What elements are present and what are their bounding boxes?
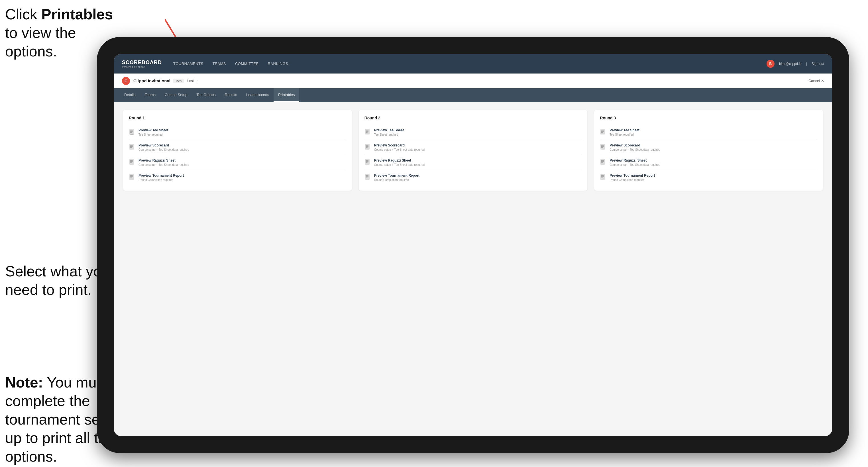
tournament-bar: C Clippd Invitational Men Hosting Cancel… <box>114 73 832 88</box>
round-2-tee-sheet[interactable]: Preview Tee Sheet Tee Sheet required <box>365 125 582 140</box>
tournament-status: Hosting <box>187 79 198 83</box>
raguzzi-icon <box>129 159 135 166</box>
round-2-raguzzi[interactable]: Preview Raguzzi Sheet Course setup + Tee… <box>365 155 582 170</box>
top-nav: SCOREBOARD Powered by clippd TOURNAMENTS… <box>114 54 832 73</box>
svg-rect-37 <box>601 130 604 130</box>
round-2-scorecard[interactable]: Preview Scorecard Course setup + Tee She… <box>365 140 582 155</box>
tab-printables[interactable]: Printables <box>274 88 299 102</box>
round-1-raguzzi[interactable]: Preview Raguzzi Sheet Course setup + Tee… <box>129 155 346 170</box>
round-3-tee-sheet[interactable]: Preview Tee Sheet Tee Sheet required <box>600 125 817 140</box>
svg-rect-39 <box>601 132 603 133</box>
round-3-section: Round 3 Preview Tee Sheet <box>594 110 823 191</box>
svg-rect-18 <box>130 176 133 177</box>
report-icon <box>129 174 135 182</box>
nav-teams[interactable]: TEAMS <box>213 60 226 67</box>
tournament-badge: Men <box>173 79 184 83</box>
svg-rect-9 <box>130 145 133 146</box>
tab-leaderboards[interactable]: Leaderboards <box>242 88 274 102</box>
svg-rect-51 <box>601 178 603 178</box>
tee-sheet-icon <box>129 129 135 136</box>
svg-rect-22 <box>366 131 368 132</box>
r2-report-icon <box>365 174 371 182</box>
round-3-title: Round 3 <box>600 116 817 120</box>
round-3-scorecard[interactable]: Preview Scorecard Course setup + Tee She… <box>600 140 817 155</box>
tab-details[interactable]: Details <box>120 88 140 102</box>
top-nav-links: TOURNAMENTS TEAMS COMMITTEE RANKINGS <box>173 60 767 67</box>
scoreboard-logo: SCOREBOARD Powered by clippd <box>122 60 162 68</box>
round-1-scorecard-content: Preview Scorecard Course setup + Tee She… <box>138 143 346 151</box>
round-3-scorecard-title: Preview Scorecard <box>610 143 817 147</box>
round-3-tournament-report[interactable]: Preview Tournament Report Round Completi… <box>600 170 817 185</box>
scorecard-icon <box>129 144 135 151</box>
svg-rect-15 <box>130 162 132 163</box>
svg-rect-21 <box>366 130 368 130</box>
svg-rect-35 <box>366 178 368 178</box>
round-1-raguzzi-content: Preview Raguzzi Sheet Course setup + Tee… <box>138 158 346 166</box>
round-2-tee-sheet-subtitle: Tee Sheet required <box>374 133 582 136</box>
r3-raguzzi-icon <box>600 159 606 166</box>
round-3-raguzzi-title: Preview Raguzzi Sheet <box>610 158 817 162</box>
tab-results[interactable]: Results <box>220 88 242 102</box>
logo-subtitle: Powered by clippd <box>122 65 162 68</box>
round-2-report-subtitle: Round Completion required <box>374 178 582 182</box>
tournament-name: Clippd Invitational <box>133 79 170 83</box>
r2-scorecard-icon <box>365 144 371 151</box>
tablet-device: SCOREBOARD Powered by clippd TOURNAMENTS… <box>97 37 849 453</box>
round-2-raguzzi-title: Preview Raguzzi Sheet <box>374 158 582 162</box>
round-3-scorecard-content: Preview Scorecard Course setup + Tee She… <box>610 143 817 151</box>
round-3-raguzzi[interactable]: Preview Raguzzi Sheet Course setup + Tee… <box>600 155 817 170</box>
nav-committee[interactable]: COMMITTEE <box>235 60 259 67</box>
round-1-report-subtitle: Round Completion required <box>138 178 346 182</box>
round-3-report-content: Preview Tournament Report Round Completi… <box>610 174 817 182</box>
round-3-raguzzi-subtitle: Course setup + Tee Sheet data required <box>610 163 817 166</box>
tournament-icon: C <box>122 77 130 85</box>
svg-rect-17 <box>130 175 133 176</box>
round-2-tournament-report[interactable]: Preview Tournament Report Round Completi… <box>365 170 582 185</box>
round-1-tee-sheet[interactable]: Preview Tee Sheet Tee Sheet required <box>129 125 346 140</box>
round-1-section: Round 1 Preview Tee S <box>123 110 352 191</box>
nav-tournaments[interactable]: TOURNAMENTS <box>173 60 204 67</box>
tab-course-setup[interactable]: Course Setup <box>160 88 192 102</box>
svg-rect-19 <box>130 178 132 178</box>
r3-report-icon <box>600 174 606 182</box>
svg-rect-6 <box>130 131 133 132</box>
svg-rect-31 <box>366 162 368 163</box>
sign-out-link[interactable]: Sign out <box>812 62 824 66</box>
svg-rect-13 <box>130 160 133 161</box>
tab-tee-groups[interactable]: Tee Groups <box>192 88 220 102</box>
round-1-report-title: Preview Tournament Report <box>138 174 346 178</box>
tab-bar: Details Teams Course Setup Tee Groups Re… <box>114 88 832 102</box>
round-1-title: Round 1 <box>129 116 346 120</box>
svg-rect-7 <box>130 132 132 133</box>
round-2-title: Round 2 <box>365 116 582 120</box>
round-1-report-content: Preview Tournament Report Round Completi… <box>138 174 346 182</box>
svg-rect-42 <box>601 146 604 147</box>
r2-tee-sheet-icon <box>365 129 371 136</box>
round-1-tee-sheet-title: Preview Tee Sheet <box>138 128 346 132</box>
round-1-tee-sheet-content: Preview Tee Sheet Tee Sheet required <box>138 128 346 136</box>
round-3-scorecard-subtitle: Course setup + Tee Sheet data required <box>610 148 817 151</box>
round-2-raguzzi-content: Preview Raguzzi Sheet Course setup + Tee… <box>374 158 582 166</box>
logo-title: SCOREBOARD <box>122 60 162 65</box>
round-2-scorecard-content: Preview Scorecard Course setup + Tee She… <box>374 143 582 151</box>
svg-rect-41 <box>601 145 604 146</box>
round-1-tournament-report[interactable]: Preview Tournament Report Round Completi… <box>129 170 346 185</box>
round-1-scorecard-subtitle: Course setup + Tee Sheet data required <box>138 148 346 151</box>
round-2-report-content: Preview Tournament Report Round Completi… <box>374 174 582 182</box>
round-3-tee-sheet-subtitle: Tee Sheet required <box>610 133 817 136</box>
round-2-scorecard-subtitle: Course setup + Tee Sheet data required <box>374 148 582 151</box>
svg-rect-34 <box>366 176 368 177</box>
svg-rect-5 <box>130 130 133 130</box>
cancel-button[interactable]: Cancel ✕ <box>808 79 824 83</box>
round-1-scorecard[interactable]: Preview Scorecard Course setup + Tee She… <box>129 140 346 155</box>
round-3-tee-sheet-title: Preview Tee Sheet <box>610 128 817 132</box>
r3-scorecard-icon <box>600 144 606 151</box>
round-1-tee-sheet-subtitle: Tee Sheet required <box>138 133 346 136</box>
main-content: Round 1 Preview Tee S <box>114 102 832 436</box>
round-3-tee-sheet-content: Preview Tee Sheet Tee Sheet required <box>610 128 817 136</box>
r3-tee-sheet-icon <box>600 129 606 136</box>
tab-teams[interactable]: Teams <box>140 88 160 102</box>
nav-rankings[interactable]: RANKINGS <box>268 60 288 67</box>
annotation-top-bold: Printables <box>41 6 113 23</box>
svg-rect-10 <box>130 146 133 147</box>
